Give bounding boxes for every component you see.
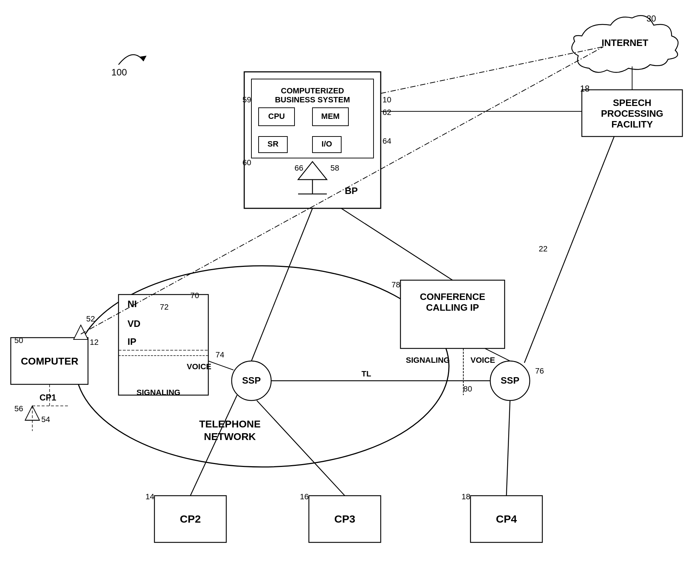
cp2-text: CP2 [180,513,201,525]
ref-76: 76 [535,366,544,375]
telephone-network-label: TELEPHONE [199,418,260,430]
ref-70: 70 [190,291,199,300]
cp1-text: CP1 [40,393,56,402]
ref-80: 80 [463,384,472,393]
ref-50: 50 [14,336,23,345]
ref-72: 72 [160,302,168,311]
io-text: I/O [321,139,332,148]
ref-100: 100 [111,67,127,78]
ref-52: 52 [86,314,95,323]
cp3-text: CP3 [334,513,355,525]
telephone-network-label2: NETWORK [204,431,256,442]
ssp-right-text: SSP [501,375,519,386]
ref-60: 60 [242,158,251,167]
tl-text: TL [362,369,371,378]
computerized-text1: COMPUTERIZED [281,86,344,95]
ref-12: 12 [90,338,98,347]
internet-text: INTERNET [602,37,648,48]
conference-box [400,280,505,348]
ref-58: 58 [330,163,339,172]
bp-text: BP [345,185,358,196]
speech-text3: FACILITY [611,119,653,130]
signaling-right-text: SIGNALING [406,356,450,365]
mem-text: MEM [321,112,339,121]
cpu-text: CPU [268,112,285,121]
ref-10: 10 [383,95,391,104]
voice-left-text: VOICE [187,362,211,371]
sr-text: SR [268,139,279,148]
ref-66: 66 [295,163,303,172]
signaling-left-text: SIGNALING [136,388,180,397]
ref-56: 56 [14,404,23,413]
conference-text1: CONFERENCE [420,291,485,302]
ref-16: 16 [300,492,309,501]
computer-text: COMPUTER [21,356,78,367]
ref-78: 78 [391,280,400,289]
cp4-text: CP4 [496,513,517,525]
voice-right-text: VOICE [470,356,495,365]
ssp-left-text: SSP [242,375,261,386]
ref-18-cp4: 18 [462,492,470,501]
ref-74: 74 [215,350,224,359]
computerized-text2: BUSINESS SYSTEM [275,95,350,104]
ref-22: 22 [539,244,547,253]
ref-64: 64 [383,136,391,145]
ref-62: 62 [383,108,391,117]
conference-text2: CALLING IP [426,302,479,313]
vd-text: VD [128,318,140,329]
speech-text1: SPEECH [613,97,652,108]
ref-30: 30 [646,14,656,23]
ref-59: 59 [242,95,251,104]
ref-14: 14 [145,492,154,501]
ip-vd-text: IP [128,336,136,347]
speech-text2: PROCESSING [601,108,663,119]
ref-54: 54 [41,415,50,424]
ref-18-speech: 18 [580,84,590,93]
